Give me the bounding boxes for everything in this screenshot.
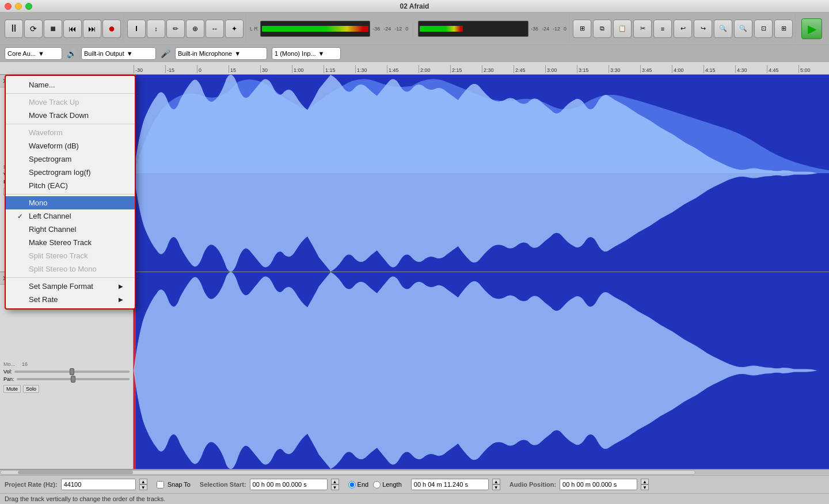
menu-item-waveform-db[interactable]: Waveform (dB) (6, 139, 135, 152)
menu-sep4 (6, 277, 135, 278)
menu-sep1 (6, 93, 135, 94)
menu-item-move-up: Move Track Up (6, 96, 135, 109)
menu-item-pitch[interactable]: Pitch (EAC) (6, 179, 135, 192)
menu-item-spectrogram[interactable]: Spectrogram (6, 152, 135, 166)
menu-item-make-stereo[interactable]: Make Stereo Track (6, 236, 135, 249)
context-menu: Name... Move Track Up Move Track Down Wa… (5, 75, 136, 310)
submenu-arrow-sample: ▶ (119, 283, 123, 289)
menu-item-mono[interactable]: Mono (6, 196, 135, 209)
menu-item-spectrogram-log[interactable]: Spectrogram log(f) (6, 166, 135, 179)
menu-item-split-stereo: Split Stereo Track (6, 249, 135, 262)
menu-item-waveform: Waveform (6, 126, 135, 139)
menu-item-right-channel[interactable]: Right Channel (6, 223, 135, 236)
menu-item-name[interactable]: Name... (6, 78, 135, 91)
submenu-arrow-rate: ▶ (119, 296, 123, 303)
menu-item-left-channel[interactable]: ✓ Left Channel (6, 209, 135, 223)
menu-item-set-rate[interactable]: Set Rate ▶ (6, 293, 135, 306)
menu-item-split-stereo-mono: Split Stereo to Mono (6, 262, 135, 276)
menu-sep3 (6, 194, 135, 194)
menu-sep2 (6, 124, 135, 124)
menu-item-set-sample[interactable]: Set Sample Format ▶ (6, 280, 135, 293)
context-menu-overlay[interactable]: Name... Move Track Up Move Track Down Wa… (0, 0, 829, 504)
menu-item-move-down[interactable]: Move Track Down (6, 109, 135, 122)
